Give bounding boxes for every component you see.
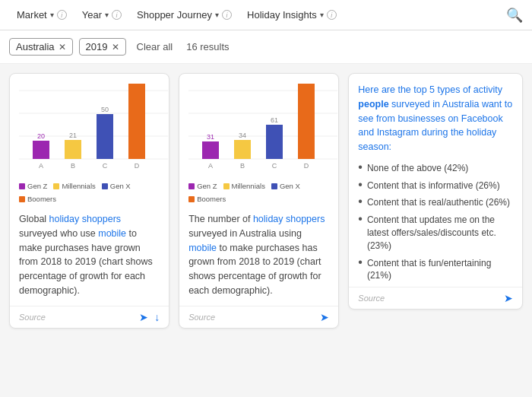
top-nav: Market ▾ i Year ▾ i Shopper Journey ▾ i …	[0, 0, 532, 30]
card-2-text: The number of holiday shoppers surveyed …	[188, 208, 329, 306]
nav-year[interactable]: Year ▾ i	[74, 0, 129, 30]
results-count: 16 results	[186, 41, 229, 52]
bullet-dot-4: •	[358, 213, 363, 225]
nav-market[interactable]: Market ▾ i	[9, 0, 74, 30]
filter-bar: Australia ✕ 2019 ✕ Clear all 16 results	[0, 30, 532, 64]
legend-genz: Gen Z	[19, 182, 47, 190]
filter-australia-label: Australia	[16, 41, 55, 52]
svg-text:C: C	[103, 162, 108, 170]
legend-millennials: Millennials	[53, 182, 95, 190]
share-icon-2[interactable]: ➤	[320, 311, 329, 323]
svg-text:C: C	[272, 162, 277, 170]
filter-tag-2019[interactable]: 2019 ✕	[79, 38, 126, 56]
bullet-dot-5: •	[358, 256, 363, 268]
svg-text:B: B	[240, 162, 245, 170]
svg-rect-4	[33, 141, 49, 159]
svg-text:31: 31	[207, 133, 214, 141]
nav-holiday-insights[interactable]: Holiday Insights ▾ i	[239, 0, 344, 30]
bullet-5: • Content that is fun/entertaining (21%)	[358, 257, 513, 283]
filter-2019-label: 2019	[86, 41, 108, 52]
remove-australia-icon[interactable]: ✕	[59, 42, 66, 52]
svg-rect-29	[298, 84, 315, 159]
svg-rect-7	[65, 140, 81, 159]
share-icon[interactable]: ➤	[139, 311, 148, 323]
svg-rect-10	[97, 114, 113, 159]
remove-2019-icon[interactable]: ✕	[112, 42, 119, 52]
svg-text:20: 20	[37, 132, 45, 140]
svg-text:50: 50	[101, 106, 109, 113]
svg-rect-20	[202, 141, 219, 159]
legend2-genz: Gen Z	[188, 182, 217, 190]
bullet-1: • None of the above (42%)	[358, 162, 513, 175]
card-3-footer-icons: ➤	[504, 292, 513, 304]
card-3-footer: Source ➤	[349, 287, 522, 309]
nav-holiday-label: Holiday Insights	[247, 9, 317, 21]
bullet-dot-3: •	[358, 195, 363, 208]
svg-rect-26	[266, 125, 283, 159]
download-icon[interactable]: ↓	[154, 311, 160, 323]
card-1-legend: Gen Z Millennials Gen X	[19, 182, 160, 190]
legend-boomers: Boomers	[19, 195, 56, 203]
card-3-intro: Here are the top 5 types of activity peo…	[358, 83, 513, 154]
card-1-legend-boomers: Boomers	[19, 195, 160, 203]
svg-text:D: D	[135, 162, 140, 170]
card-2-source: Source	[188, 313, 320, 322]
bullet-3: • Content that is real/authentic (26%)	[358, 196, 513, 209]
bullet-dot-2: •	[358, 179, 363, 191]
clear-all-button[interactable]: Clear all	[132, 39, 178, 55]
card-3-source: Source	[358, 294, 504, 303]
svg-text:B: B	[71, 162, 75, 170]
year-info-icon[interactable]: i	[112, 10, 122, 20]
shopper-arrow-icon: ▾	[215, 11, 219, 19]
search-icon[interactable]: 🔍	[506, 7, 523, 24]
card-2-legend: Gen Z Millennials Gen X	[188, 182, 329, 190]
market-arrow-icon: ▾	[50, 11, 54, 19]
card-1-text: Global holiday shoppers surveyed who use…	[19, 208, 160, 306]
card-2-legend-boomers: Boomers	[188, 195, 329, 203]
nav-market-label: Market	[17, 9, 47, 21]
nav-shopper-label: Shopper Journey	[137, 9, 212, 21]
cards-area: 20 A 21 B 50 C 85 D Gen Z	[0, 64, 532, 338]
svg-text:D: D	[304, 162, 309, 170]
nav-shopper-journey[interactable]: Shopper Journey ▾ i	[129, 0, 239, 30]
nav-year-label: Year	[82, 9, 102, 21]
legend2-genx: Gen X	[271, 182, 300, 190]
card-1-chart: 20 A 21 B 50 C 85 D	[19, 83, 160, 174]
card-1-source: Source	[19, 313, 139, 322]
filter-tag-australia[interactable]: Australia ✕	[9, 38, 73, 56]
holiday-arrow-icon: ▾	[320, 11, 324, 19]
card-1-footer-icons: ➤ ↓	[139, 311, 160, 323]
holiday-info-icon[interactable]: i	[327, 10, 337, 20]
market-info-icon[interactable]: i	[57, 10, 67, 20]
legend-genx: Gen X	[102, 182, 131, 190]
svg-text:A: A	[208, 162, 213, 170]
bullet-2: • Content that is informative (26%)	[358, 179, 513, 192]
svg-text:21: 21	[69, 132, 77, 139]
bullet-dot-1: •	[358, 161, 363, 173]
shopper-info-icon[interactable]: i	[222, 10, 232, 20]
svg-rect-23	[234, 140, 251, 159]
card-3: Here are the top 5 types of activity peo…	[348, 73, 523, 310]
card-3-bullets: • None of the above (42%) • Content that…	[358, 162, 513, 287]
svg-text:34: 34	[239, 132, 246, 139]
share-icon-3[interactable]: ➤	[504, 292, 513, 304]
legend2-millennials: Millennials	[223, 182, 265, 190]
card-1: 20 A 21 B 50 C 85 D Gen Z	[9, 73, 169, 329]
svg-text:A: A	[39, 162, 43, 170]
card-2-chart: 31 A 34 B 61 C 136 D	[188, 83, 329, 174]
svg-rect-13	[128, 84, 145, 159]
card-2-footer-icons: ➤	[320, 311, 329, 323]
card-2-footer: Source ➤	[179, 306, 338, 328]
year-arrow-icon: ▾	[105, 11, 109, 19]
card-2: 31 A 34 B 61 C 136 D Gen Z	[179, 73, 339, 329]
svg-text:61: 61	[271, 116, 278, 124]
card-1-footer: Source ➤ ↓	[10, 306, 169, 328]
legend2-boomers: Boomers	[188, 195, 226, 203]
bullet-4: • Content that updates me on the latest …	[358, 214, 513, 252]
